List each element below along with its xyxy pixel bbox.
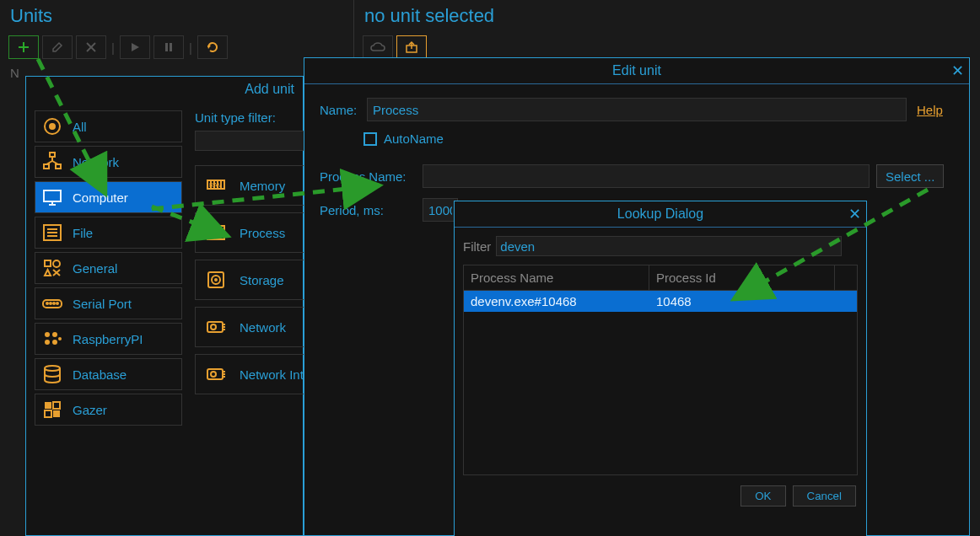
add-unit-dialog: Add unit AllNetworkComputerFileGeneralSe… (25, 76, 304, 536)
select-button[interactable]: Select ... (876, 164, 944, 188)
category-general[interactable]: General (35, 252, 182, 284)
autoname-label: AutoName (384, 131, 444, 146)
edit-unit-title: Edit unit ✕ (304, 58, 969, 84)
list-icon (40, 221, 64, 244)
svg-point-35 (45, 332, 50, 337)
svg-rect-44 (53, 410, 60, 417)
unit-type-label: Process (240, 226, 285, 240)
svg-rect-51 (207, 226, 224, 239)
process-name-input[interactable] (423, 164, 870, 188)
cancel-button[interactable]: Cancel (793, 485, 857, 507)
ok-button[interactable]: OK (740, 485, 785, 507)
export-button[interactable] (396, 35, 427, 59)
nic-icon (202, 361, 229, 388)
refresh-button[interactable] (197, 35, 228, 59)
cell-process-name: devenv.exe#10468 (464, 291, 649, 312)
target-icon (40, 115, 64, 138)
add-button[interactable] (8, 35, 39, 59)
category-label: File (73, 226, 93, 240)
close-icon[interactable]: ✕ (848, 205, 861, 223)
category-database[interactable]: Database (35, 358, 182, 390)
lookup-title: Lookup Dialog ✕ (455, 201, 866, 228)
category-label: All (73, 120, 87, 134)
disk-icon (202, 266, 229, 293)
unit-type-label: Network (240, 320, 286, 335)
detail-panel-title: no unit selected (354, 0, 978, 32)
help-link[interactable]: Help (917, 103, 943, 117)
units-panel-title: Units (0, 0, 353, 32)
category-label: RaspberryPI (73, 332, 143, 346)
category-label: Network (73, 155, 119, 169)
svg-text:RAM: RAM (209, 182, 223, 188)
window-icon (202, 219, 229, 246)
category-file[interactable]: File (35, 217, 182, 249)
pause-button[interactable] (153, 35, 184, 59)
svg-point-37 (45, 340, 50, 345)
svg-marker-4 (132, 43, 139, 51)
shapes-icon (40, 256, 64, 280)
units-toolbar: | | (0, 32, 353, 62)
category-raspberrypi[interactable]: RaspberryPI (35, 323, 182, 355)
svg-point-57 (211, 324, 216, 330)
nic-icon (202, 314, 229, 340)
ram-icon: RAM (202, 172, 229, 199)
svg-point-26 (53, 260, 60, 267)
unit-type-label: Memory (240, 179, 285, 193)
col-process-id[interactable]: Process Id (649, 265, 835, 290)
svg-point-39 (58, 337, 62, 340)
lookup-table: Process Name Process Id devenv.exe#10468… (463, 265, 858, 475)
filter-label: Filter (463, 239, 491, 254)
svg-marker-7 (207, 46, 211, 49)
svg-rect-6 (170, 43, 172, 51)
db-icon (40, 362, 64, 386)
svg-rect-12 (50, 153, 55, 157)
type-filter-label: Unit type filter: (195, 110, 276, 125)
add-unit-title: Add unit (26, 77, 303, 102)
svg-point-11 (50, 124, 55, 129)
grid-icon (40, 398, 64, 421)
svg-point-62 (211, 372, 216, 377)
svg-rect-43 (45, 410, 51, 417)
port-icon (40, 292, 64, 315)
svg-point-33 (53, 303, 55, 304)
toolbar-separator: | (187, 40, 194, 55)
filter-input[interactable] (496, 236, 842, 256)
category-label: Computer (73, 190, 128, 205)
svg-point-40 (45, 366, 60, 371)
period-label: Period, ms: (320, 203, 412, 217)
process-name-label: Process Name: (320, 169, 412, 184)
svg-point-32 (50, 303, 51, 304)
autoname-checkbox[interactable] (363, 132, 377, 146)
close-icon[interactable]: ✕ (951, 62, 964, 80)
svg-point-38 (52, 340, 57, 345)
table-row[interactable]: devenv.exe#1046810468 (464, 291, 857, 312)
category-network[interactable]: Network (35, 146, 182, 178)
period-input[interactable] (423, 198, 458, 222)
category-label: Gazer (73, 403, 107, 417)
svg-rect-13 (44, 164, 49, 169)
edit-button[interactable] (42, 35, 73, 59)
category-all[interactable]: All (35, 110, 182, 142)
category-computer[interactable]: Computer (35, 181, 182, 213)
col-process-name[interactable]: Process Name (464, 265, 649, 290)
svg-point-36 (52, 332, 57, 337)
svg-marker-27 (45, 270, 51, 276)
category-serial-port[interactable]: Serial Port (35, 287, 182, 319)
svg-rect-18 (44, 190, 61, 201)
svg-point-34 (57, 303, 58, 304)
delete-button[interactable] (76, 35, 106, 59)
unit-type-label: Storage (240, 273, 284, 287)
svg-rect-25 (45, 260, 51, 266)
svg-rect-41 (45, 402, 51, 409)
lookup-dialog: Lookup Dialog ✕ Filter Process Name Proc… (454, 201, 867, 536)
play-button[interactable] (120, 35, 150, 59)
cloud-button[interactable] (363, 35, 393, 59)
monitor-icon (40, 185, 64, 209)
category-gazer[interactable]: Gazer (35, 394, 182, 426)
name-input[interactable] (367, 98, 907, 121)
svg-point-31 (46, 303, 48, 304)
name-label: Name: (320, 103, 360, 117)
svg-point-55 (215, 279, 217, 281)
svg-rect-14 (56, 164, 61, 169)
dots-icon (40, 327, 64, 351)
